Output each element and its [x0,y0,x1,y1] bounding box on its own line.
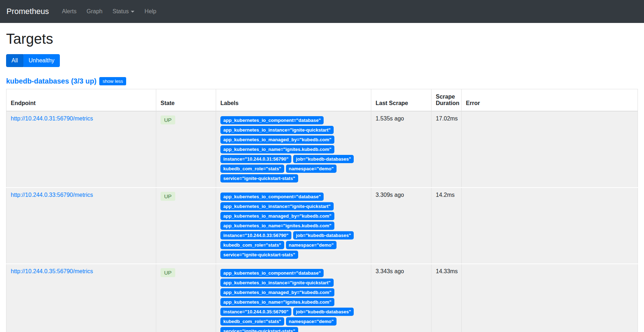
label-badge: job="kubedb-databases" [293,155,354,163]
nav-item-help[interactable]: Help [141,5,160,18]
label-badge: kubedb_com_role="stats" [220,165,284,173]
labels-cell: app_kubernetes_io_component="database"ap… [216,188,371,264]
endpoint-cell: http://10.244.0.33:56790/metrics [6,188,156,264]
state-badge: UP [161,115,175,124]
state-cell: UP [156,188,216,264]
col-header-endpoint: Endpoint [6,89,156,112]
filter-unhealthy-button[interactable]: Unhealthy [23,54,60,67]
label-badge: service="ignite-quickstart-stats" [220,327,298,332]
label-badge: app_kubernetes_io_instance="ignite-quick… [220,279,334,287]
state-badge: UP [161,192,175,201]
nav-item-status[interactable]: Status [109,5,138,18]
label-badge: service="ignite-quickstart-stats" [220,174,298,182]
show-less-button[interactable]: show less [99,77,126,85]
label-badge: job="kubedb-databases" [293,231,354,239]
targets-table-body: http://10.244.0.31:56790/metricsUPapp_ku… [6,111,638,332]
error-cell [462,111,638,188]
col-header-last-scrape: Last Scrape [371,89,431,112]
nav-item-graph[interactable]: Graph [83,5,106,18]
label-badge: job="kubedb-databases" [293,308,354,316]
label-badge: namespace="demo" [286,241,337,249]
label-badge: namespace="demo" [286,165,337,173]
error-cell [462,264,638,332]
endpoint-link[interactable]: http://10.244.0.31:56790/metrics [11,115,93,122]
scrape-duration-cell: 14.2ms [431,188,462,264]
table-row: http://10.244.0.35:56790/metricsUPapp_ku… [6,264,638,332]
col-header-error: Error [462,89,638,112]
last-scrape-cell: 3.309s ago [371,188,431,264]
table-row: http://10.244.0.31:56790/metricsUPapp_ku… [6,111,638,188]
label-badge: kubedb_com_role="stats" [220,241,284,249]
label-badge: app_kubernetes_io_component="database" [220,193,324,201]
label-badge: app_kubernetes_io_name="ignites.kubedb.c… [220,298,334,306]
label-badge: instance="10.244.0.31:56790" [220,155,291,163]
label-badge: kubedb_com_role="stats" [220,317,284,326]
nav-item-status-label: Status [113,8,129,14]
last-scrape-cell: 1.535s ago [371,111,431,188]
label-badge: app_kubernetes_io_component="database" [220,269,324,277]
targets-table: Endpoint State Labels Last Scrape Scrape… [6,89,638,332]
main-content: Targets All Unhealthy kubedb-databases (… [0,31,644,332]
label-badge: app_kubernetes_io_instance="ignite-quick… [220,202,334,210]
error-cell [462,188,638,264]
job-title[interactable]: kubedb-databases (3/3 up) [6,77,96,85]
label-badge: app_kubernetes_io_managed_by="kubedb.com… [220,288,334,297]
job-header: kubedb-databases (3/3 up) show less [6,77,638,85]
endpoint-cell: http://10.244.0.31:56790/metrics [6,111,156,188]
nav-item-alerts[interactable]: Alerts [58,5,80,18]
filter-button-group: All Unhealthy [6,54,60,67]
navbar-menu: Alerts Graph Status Help [58,5,163,18]
targets-table-head: Endpoint State Labels Last Scrape Scrape… [6,89,638,112]
navbar: Prometheus Alerts Graph Status Help [0,0,644,23]
state-cell: UP [156,111,216,188]
state-badge: UP [161,268,175,277]
label-badge: app_kubernetes_io_name="ignites.kubedb.c… [220,145,334,153]
page-title: Targets [6,31,638,47]
label-badge: app_kubernetes_io_managed_by="kubedb.com… [220,136,334,144]
state-cell: UP [156,264,216,332]
col-header-state: State [156,89,216,112]
label-badge: instance="10.244.0.35:56790" [220,308,291,316]
labels-cell: app_kubernetes_io_component="database"ap… [216,264,371,332]
col-header-labels: Labels [216,89,371,112]
label-badge: app_kubernetes_io_component="database" [220,116,324,124]
label-badge: app_kubernetes_io_managed_by="kubedb.com… [220,212,334,220]
endpoint-link[interactable]: http://10.244.0.33:56790/metrics [11,192,93,198]
label-badge: app_kubernetes_io_name="ignites.kubedb.c… [220,222,334,230]
endpoint-cell: http://10.244.0.35:56790/metrics [6,264,156,332]
label-badge: service="ignite-quickstart-stats" [220,251,298,259]
label-badge: app_kubernetes_io_instance="ignite-quick… [220,126,334,134]
endpoint-link[interactable]: http://10.244.0.35:56790/metrics [11,268,93,274]
table-row: http://10.244.0.33:56790/metricsUPapp_ku… [6,188,638,264]
navbar-brand[interactable]: Prometheus [6,7,49,16]
col-header-scrape-duration: Scrape Duration [431,89,462,112]
scrape-duration-cell: 14.33ms [431,264,462,332]
label-badge: namespace="demo" [286,317,337,326]
labels-cell: app_kubernetes_io_component="database"ap… [216,111,371,188]
scrape-duration-cell: 17.02ms [431,111,462,188]
chevron-down-icon [131,11,134,13]
last-scrape-cell: 3.343s ago [371,264,431,332]
filter-all-button[interactable]: All [6,54,23,67]
label-badge: instance="10.244.0.33:56790" [220,231,291,239]
